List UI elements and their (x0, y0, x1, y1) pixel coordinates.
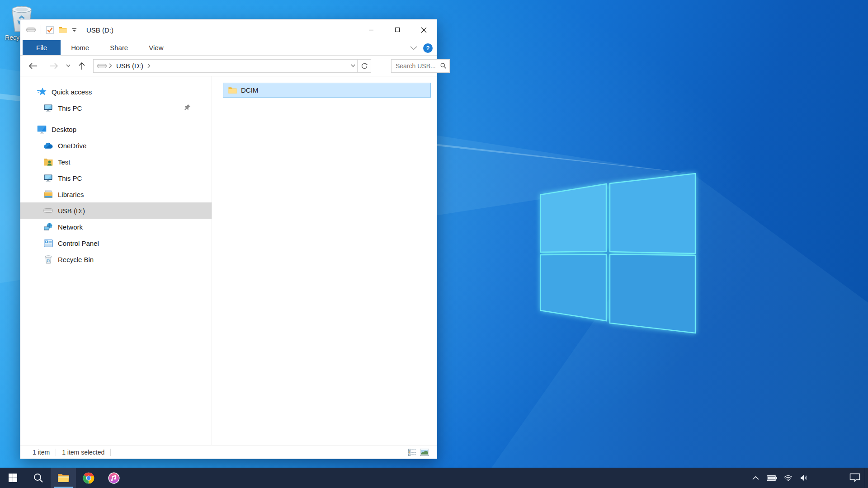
toolbar-separator (82, 25, 82, 34)
search-icon (33, 473, 43, 483)
action-center-button[interactable] (845, 468, 865, 488)
close-button[interactable] (410, 19, 437, 40)
chevron-down-icon (66, 64, 71, 67)
tray-expand-button[interactable] (747, 468, 764, 488)
sidebar-item-this-pc[interactable]: This PC (20, 100, 212, 116)
file-list-pane[interactable]: DCIM (212, 76, 437, 445)
help-button[interactable]: ? (423, 43, 433, 53)
sidebar-item-test[interactable]: Test (20, 154, 212, 170)
file-item-dcim[interactable]: DCIM (223, 83, 431, 98)
tab-share[interactable]: Share (99, 40, 138, 55)
status-bar: 1 item 1 item selected (20, 445, 437, 459)
address-bar[interactable]: USB (D:) (93, 59, 358, 73)
folder-icon (228, 87, 237, 94)
windows-start-icon (9, 474, 17, 482)
network-icon (43, 222, 53, 232)
search-input[interactable] (396, 62, 440, 70)
user-folder-icon (43, 157, 53, 167)
up-arrow-icon (79, 62, 85, 70)
refresh-button[interactable] (358, 59, 371, 73)
volume-status[interactable] (796, 468, 812, 488)
window-controls (358, 19, 437, 40)
chrome-button[interactable] (76, 468, 101, 488)
tab-view[interactable]: View (138, 40, 174, 55)
recent-locations-button[interactable] (64, 59, 72, 73)
system-menu-drive-icon[interactable] (26, 27, 36, 33)
onedrive-cloud-icon (43, 141, 53, 150)
qat-dropdown-icon[interactable] (72, 28, 77, 32)
sidebar-item-label: Libraries (58, 191, 84, 198)
itunes-icon (108, 472, 120, 484)
sidebar-item-network[interactable]: Network (20, 219, 212, 235)
toolbar-separator (41, 25, 41, 34)
windows-logo-wallpaper (540, 173, 696, 334)
pin-icon (184, 104, 191, 111)
selection-count-label: 1 item selected (62, 449, 104, 456)
computer-icon (43, 103, 53, 113)
forward-button[interactable] (47, 59, 61, 73)
maximize-button[interactable] (384, 19, 410, 40)
tab-file[interactable]: File (23, 40, 61, 55)
properties-check-icon[interactable] (46, 26, 54, 34)
breadcrumb-segment[interactable]: USB (D:) (116, 62, 143, 70)
sidebar-item-recycle-bin[interactable]: Recycle Bin (20, 251, 212, 267)
taskbar (0, 468, 868, 488)
sidebar-item-this-pc[interactable]: This PC (20, 170, 212, 186)
search-icon[interactable] (440, 62, 446, 69)
recycle-bin-icon (43, 255, 53, 264)
chrome-icon (83, 472, 94, 484)
minimize-button[interactable] (358, 19, 384, 40)
up-button[interactable] (75, 59, 89, 73)
file-explorer-window: USB (D:) FileHomeShareView ? (20, 19, 437, 459)
sidebar-item-label: This PC (58, 104, 82, 112)
forward-arrow-icon (49, 63, 58, 69)
navigation-pane: Quick accessThis PCDesktopOneDriveTestTh… (20, 76, 212, 445)
battery-icon (767, 475, 777, 481)
sidebar-item-label: Test (58, 158, 71, 166)
sidebar-item-label: This PC (58, 174, 82, 182)
sidebar-item-libraries[interactable]: Libraries (20, 186, 212, 202)
refresh-icon (361, 63, 368, 69)
show-desktop-button[interactable] (865, 468, 868, 488)
battery-status[interactable] (764, 468, 780, 488)
breadcrumb-chevron-icon (109, 63, 112, 68)
window-title: USB (D:) (86, 26, 113, 34)
details-view-button[interactable] (408, 449, 416, 456)
breadcrumb-chevron-icon (147, 63, 151, 68)
item-count-label: 1 item (33, 449, 50, 456)
sidebar-item-quick-access[interactable]: Quick access (20, 84, 212, 100)
breadcrumb-drive-icon (97, 63, 107, 69)
address-history-chevron-icon[interactable] (351, 64, 355, 67)
tab-home[interactable]: Home (61, 40, 99, 55)
itunes-button[interactable] (101, 468, 127, 488)
search-button[interactable] (25, 468, 51, 488)
wifi-status[interactable] (780, 468, 796, 488)
large-icons-view-button[interactable] (420, 449, 429, 456)
sidebar-item-label: Desktop (52, 126, 76, 133)
title-bar[interactable]: USB (D:) (20, 19, 437, 40)
quick-access-toolbar (20, 25, 82, 34)
start-button[interactable] (0, 468, 25, 488)
new-folder-icon[interactable] (59, 27, 67, 33)
sidebar-item-onedrive[interactable]: OneDrive (20, 137, 212, 154)
large-icons-view-icon (420, 449, 429, 456)
file-name-label: DCIM (241, 86, 258, 94)
back-button[interactable] (26, 59, 40, 73)
usb-drive-icon (43, 206, 53, 216)
file-explorer-icon (57, 473, 70, 483)
volume-icon (800, 474, 808, 481)
close-icon (421, 27, 427, 33)
file-explorer-button[interactable] (51, 468, 76, 488)
navigation-bar: USB (D:) (20, 56, 437, 76)
sidebar-item-label: OneDrive (58, 142, 86, 150)
sidebar-item-desktop[interactable]: Desktop (20, 121, 212, 137)
sidebar-item-usb-d[interactable]: USB (D:) (20, 202, 212, 219)
control-panel-icon (43, 239, 53, 248)
sidebar-item-label: Control Panel (58, 239, 99, 247)
maximize-icon (395, 27, 400, 33)
back-arrow-icon (28, 63, 38, 69)
libraries-icon (43, 190, 53, 199)
sidebar-item-control-panel[interactable]: Control Panel (20, 235, 212, 251)
action-center-icon (849, 473, 860, 483)
expand-ribbon-chevron-icon[interactable] (410, 46, 417, 50)
